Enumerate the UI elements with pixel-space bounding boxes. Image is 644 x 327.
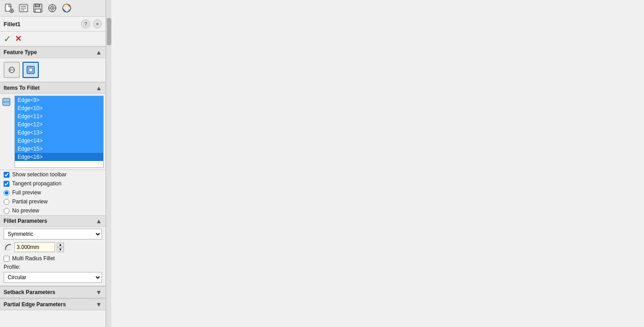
feature-type-chevron: ▲ <box>96 49 102 56</box>
cancel-button[interactable]: ✕ <box>15 34 22 44</box>
full-preview-row: Full preview <box>0 188 105 197</box>
profile-label: Profile: <box>0 263 105 271</box>
edge-selector-icon <box>2 96 13 168</box>
feature-type-section <box>0 58 105 82</box>
partial-edge-parameters-section: Partial Edge Parameters ▼ <box>0 298 105 310</box>
save-icon[interactable] <box>32 2 44 14</box>
setback-parameters-chevron: ▼ <box>96 289 102 296</box>
help-button[interactable]: ? <box>81 19 90 28</box>
radius-increment-button[interactable]: ▲ <box>57 243 64 247</box>
svg-rect-9 <box>35 4 40 7</box>
fillet-type-row: Symmetric Asymmetric Variable Size Fille… <box>0 227 105 241</box>
show-selection-toolbar-checkbox[interactable] <box>4 172 9 178</box>
title-bar: Fillet1 ? × <box>0 17 105 32</box>
fillet-parameters-section: Fillet Parameters ▲ Symmetric Asymmetric… <box>0 215 105 286</box>
profile-select[interactable]: Circular Conic Curvature Continuous <box>4 272 102 283</box>
options-section: Show selection toolbar Tangent propagati… <box>0 170 105 215</box>
close-button[interactable]: × <box>93 19 102 28</box>
full-preview-label[interactable]: Full preview <box>12 189 41 196</box>
face-fillet-button[interactable] <box>23 62 39 78</box>
action-bar: ✓ ✕ <box>0 32 105 46</box>
edge-list[interactable]: Edge<9> Edge<10> Edge<11> Edge<12> Edge<… <box>14 96 104 168</box>
list-item[interactable]: Edge<16> <box>15 153 103 161</box>
radius-input-row: 3.000mm ▲ ▼ <box>0 241 105 254</box>
new-document-icon[interactable] <box>3 2 15 14</box>
top-toolbar <box>0 0 105 17</box>
target-icon[interactable] <box>46 2 59 14</box>
partial-edge-parameters-header[interactable]: Partial Edge Parameters ▼ <box>0 299 105 310</box>
svg-point-13 <box>52 8 53 9</box>
no-preview-label[interactable]: No preview <box>12 207 39 214</box>
fillet-parameters-chevron: ▲ <box>96 217 102 225</box>
setback-parameters-header[interactable]: Setback Parameters ▼ <box>0 286 105 298</box>
list-item[interactable]: Edge<11> <box>15 112 103 120</box>
no-preview-row: No preview <box>0 206 105 215</box>
list-item[interactable]: Edge<13> <box>15 129 103 137</box>
partial-edge-parameters-chevron: ▼ <box>96 301 102 308</box>
svg-point-19 <box>63 4 71 12</box>
partial-preview-label[interactable]: Partial preview <box>12 198 48 205</box>
ok-button[interactable]: ✓ <box>4 33 11 44</box>
list-item[interactable]: Edge<14> <box>15 137 103 145</box>
list-item[interactable]: Edge<10> <box>15 104 103 112</box>
radius-decrement-button[interactable]: ▼ <box>57 248 64 252</box>
radius-spinner: ▲ ▼ <box>57 243 64 252</box>
list-item[interactable]: Edge<9> <box>15 96 103 104</box>
full-preview-radio[interactable] <box>4 190 9 196</box>
no-preview-radio[interactable] <box>4 208 9 214</box>
properties-icon[interactable] <box>17 2 30 14</box>
show-selection-toolbar-row: Show selection toolbar <box>0 170 105 179</box>
panel-scrollbar[interactable] <box>106 0 111 327</box>
fillet-parameters-header[interactable]: Fillet Parameters ▲ <box>0 215 105 227</box>
radius-icon <box>4 243 13 252</box>
radius-input[interactable]: 3.000mm <box>14 242 55 252</box>
panel-scrollbar-thumb[interactable] <box>107 18 111 45</box>
items-to-fillet-section: Items To Fillet ▲ Edge<9> Edge<10> Edge<… <box>0 82 105 170</box>
multi-radius-label[interactable]: Multi Radius Fillet <box>12 255 55 262</box>
svg-rect-23 <box>29 68 32 72</box>
tangent-propagation-label[interactable]: Tangent propagation <box>12 180 61 187</box>
appearance-icon[interactable] <box>60 2 73 14</box>
items-to-fillet-header[interactable]: Items To Fillet ▲ <box>0 82 105 94</box>
fillet-type-select[interactable]: Symmetric Asymmetric Variable Size Fille… <box>4 229 102 239</box>
tangent-propagation-row: Tangent propagation <box>0 179 105 188</box>
list-item[interactable]: Edge<15> <box>15 145 103 153</box>
partial-preview-row: Partial preview <box>0 197 105 206</box>
setback-parameters-section: Setback Parameters ▼ <box>0 286 105 298</box>
items-to-fillet-chevron: ▲ <box>96 84 102 92</box>
edge-fillet-button[interactable] <box>4 62 20 78</box>
svg-rect-10 <box>35 9 41 12</box>
partial-preview-radio[interactable] <box>4 199 9 205</box>
tangent-propagation-checkbox[interactable] <box>4 181 9 187</box>
panel-title: Fillet1 <box>4 21 21 28</box>
show-selection-toolbar-label[interactable]: Show selection toolbar <box>12 171 67 178</box>
feature-type-header[interactable]: Feature Type ▲ <box>0 46 105 58</box>
multi-radius-row: Multi Radius Fillet <box>0 254 105 263</box>
multi-radius-checkbox[interactable] <box>4 256 9 262</box>
list-item[interactable]: Edge<12> <box>15 120 103 129</box>
